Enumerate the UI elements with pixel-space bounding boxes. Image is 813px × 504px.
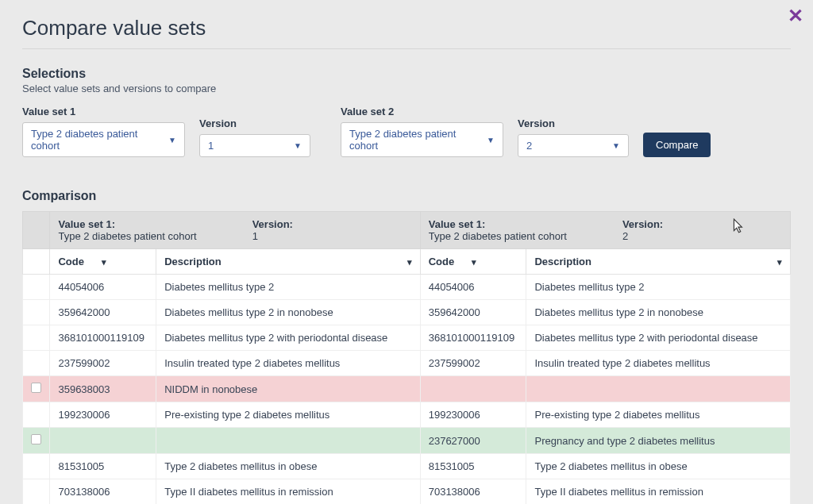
description-cell: Pre-existing type 2 diabetes mellitus xyxy=(526,402,791,428)
version-2-value: 2 xyxy=(526,140,532,152)
code-cell: 199230006 xyxy=(50,402,156,428)
compare-value-sets-modal: ✕ Compare value sets Selections Select v… xyxy=(0,0,813,504)
version-1-select[interactable]: 1 ▼ xyxy=(199,134,310,157)
table-column-header: Code ▾ Description ▾ Code ▾ Description … xyxy=(23,249,791,275)
description-cell: Insulin treated type 2 diabetes mellitus xyxy=(526,351,791,376)
code-cell: 44054006 xyxy=(420,275,526,300)
table-row: 81531005Type 2 diabetes mellitus in obes… xyxy=(23,454,791,479)
code-cell: 368101000119109 xyxy=(420,325,526,351)
value-set-2-select[interactable]: Type 2 diabetes patient cohort ▼ xyxy=(341,122,503,157)
caret-down-icon: ▼ xyxy=(168,136,176,144)
description-cell xyxy=(526,376,791,402)
version-1-value: 1 xyxy=(208,140,214,152)
left-vs-label: Value set 1: xyxy=(58,218,115,230)
description-cell: Type 2 diabetes mellitus in obese xyxy=(526,454,791,479)
value-set-1-select[interactable]: Type 2 diabetes patient cohort ▼ xyxy=(22,122,185,157)
description-cell: Diabetes mellitus type 2 in nonobese xyxy=(156,300,420,325)
table-row: 237599002Insulin treated type 2 diabetes… xyxy=(23,351,791,376)
description-cell: Diabetes mellitus type 2 in nonobese xyxy=(526,300,791,325)
row-checkbox[interactable] xyxy=(31,383,41,393)
version-2-field: Version 2 ▼ xyxy=(518,117,629,157)
description-cell: Type II diabetes mellitus in remission xyxy=(156,479,420,505)
page-title: Compare value sets xyxy=(22,16,791,49)
right-vs-label: Value set 1: xyxy=(429,218,486,230)
table-row: 359642000Diabetes mellitus type 2 in non… xyxy=(23,300,791,325)
value-set-1-label: Value set 1 xyxy=(22,106,185,117)
code-cell: 703138006 xyxy=(50,479,156,505)
description-cell: Insulin treated type 2 diabetes mellitus xyxy=(156,351,420,376)
table-row: 368101000119109Diabetes mellitus type 2 … xyxy=(23,325,791,351)
description-cell: NIDDM in nonobese xyxy=(156,376,420,402)
description-cell: Type 2 diabetes mellitus in obese xyxy=(156,454,420,479)
right-vs-sub: Type 2 diabetes patient cohort xyxy=(429,230,567,242)
code-cell: 703138006 xyxy=(420,479,526,505)
table-valueset-header: Value set 1: Type 2 diabetes patient coh… xyxy=(23,212,791,249)
description-cell: Diabetes mellitus type 2 with periodonta… xyxy=(526,325,791,351)
filter-icon[interactable]: ▾ xyxy=(777,256,782,267)
description-cell xyxy=(156,428,420,454)
code-cell: 81531005 xyxy=(50,454,156,479)
left-ver-label: Version: xyxy=(252,218,293,230)
selections-subtext: Select value sets and versions to compar… xyxy=(22,83,791,94)
description-cell: Pregnancy and type 2 diabetes mellitus xyxy=(526,428,791,454)
description-cell: Type II diabetes mellitus in remission xyxy=(526,479,791,505)
comparison-table: Value set 1: Type 2 diabetes patient coh… xyxy=(22,211,791,504)
code-cell: 44054006 xyxy=(50,275,156,300)
table-row: 199230006Pre-existing type 2 diabetes me… xyxy=(23,402,791,428)
code-cell xyxy=(50,428,156,454)
caret-down-icon: ▼ xyxy=(612,141,620,150)
code-cell xyxy=(420,376,526,402)
description-header-right[interactable]: Description ▾ xyxy=(526,249,791,275)
code-cell: 368101000119109 xyxy=(50,325,156,351)
code-cell: 81531005 xyxy=(420,454,526,479)
description-cell: Diabetes mellitus type 2 with periodonta… xyxy=(156,325,420,351)
value-set-1-field: Value set 1 Type 2 diabetes patient coho… xyxy=(22,106,185,157)
version-2-label: Version xyxy=(518,117,629,129)
right-ver-label: Version: xyxy=(622,218,663,230)
value-set-2-field: Value set 2 Type 2 diabetes patient coho… xyxy=(341,106,503,157)
code-header-right[interactable]: Code ▾ xyxy=(420,249,526,275)
right-ver: 2 xyxy=(622,230,663,242)
comparison-heading: Comparison xyxy=(22,189,791,203)
code-cell: 237599002 xyxy=(420,351,526,376)
close-button[interactable]: ✕ xyxy=(788,5,803,27)
value-set-2-value: Type 2 diabetes patient cohort xyxy=(349,128,480,152)
version-1-field: Version 1 ▼ xyxy=(199,117,310,157)
selections-heading: Selections xyxy=(22,67,791,81)
filter-icon[interactable]: ▾ xyxy=(472,257,476,267)
description-cell: Diabetes mellitus type 2 xyxy=(526,275,791,300)
table-row: 44054006Diabetes mellitus type 244054006… xyxy=(23,275,791,300)
mouse-cursor-icon xyxy=(733,218,744,234)
code-cell: 359638003 xyxy=(50,376,156,402)
description-cell: Diabetes mellitus type 2 xyxy=(156,275,420,300)
row-checkbox[interactable] xyxy=(31,434,41,444)
value-set-2-label: Value set 2 xyxy=(341,106,503,117)
caret-down-icon: ▼ xyxy=(294,141,302,150)
table-row: 359638003NIDDM in nonobese xyxy=(23,376,791,402)
code-header-left[interactable]: Code ▾ xyxy=(50,249,156,275)
code-cell: 237627000 xyxy=(420,428,526,454)
version-2-select[interactable]: 2 ▼ xyxy=(518,134,629,157)
description-cell: Pre-existing type 2 diabetes mellitus xyxy=(156,402,420,428)
value-set-1-value: Type 2 diabetes patient cohort xyxy=(31,128,162,152)
version-1-label: Version xyxy=(199,117,310,129)
code-cell: 237599002 xyxy=(50,351,156,376)
filter-icon[interactable]: ▾ xyxy=(407,256,412,267)
caret-down-icon: ▼ xyxy=(487,136,495,144)
selectors-row: Value set 1 Type 2 diabetes patient coho… xyxy=(22,106,791,157)
compare-button[interactable]: Compare xyxy=(643,133,711,157)
filter-icon[interactable]: ▾ xyxy=(102,257,106,267)
code-cell: 359642000 xyxy=(420,300,526,325)
left-vs-sub: Type 2 diabetes patient cohort xyxy=(58,230,196,242)
description-header-left[interactable]: Description ▾ xyxy=(156,249,420,275)
table-row: 237627000Pregnancy and type 2 diabetes m… xyxy=(23,428,791,454)
code-cell: 359642000 xyxy=(50,300,156,325)
left-ver: 1 xyxy=(252,230,293,242)
table-row: 703138006Type II diabetes mellitus in re… xyxy=(23,479,791,505)
code-cell: 199230006 xyxy=(420,402,526,428)
